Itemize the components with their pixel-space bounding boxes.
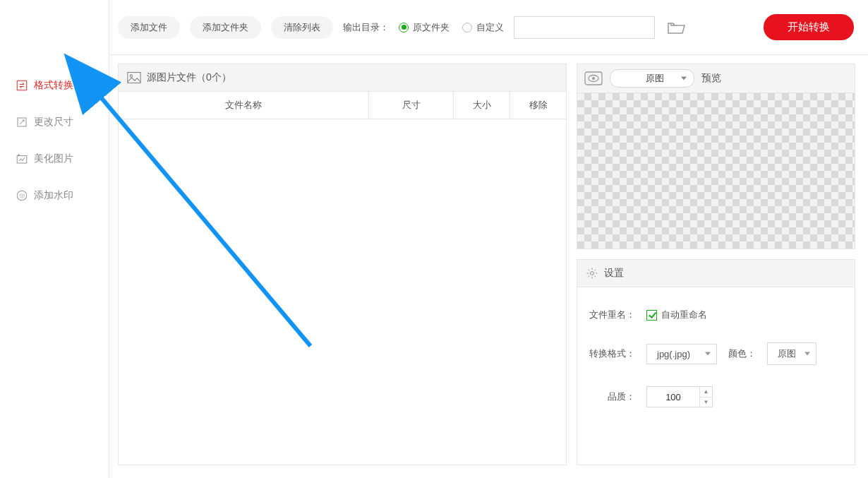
- preview-zoom-select[interactable]: 原图: [610, 69, 694, 88]
- nav-label: 更改尺寸: [34, 116, 73, 129]
- image-icon: [127, 71, 141, 84]
- preview-header: 原图 预览: [577, 64, 855, 93]
- start-convert-button[interactable]: 开始转换: [764, 14, 854, 40]
- folder-open-icon: [667, 20, 685, 35]
- col-remove: 移除: [510, 92, 566, 119]
- radio-custom-folder[interactable]: 自定义: [462, 21, 504, 34]
- col-dimensions: 尺寸: [368, 92, 453, 119]
- chevron-down-icon: [705, 352, 711, 356]
- nav-label: 格式转换: [34, 79, 73, 92]
- file-table-header: 文件名称 尺寸 大小 移除: [119, 92, 566, 119]
- nav-watermark[interactable]: 印 添加水印: [0, 177, 109, 214]
- output-dir-radio-group: 原文件夹 自定义: [399, 21, 504, 34]
- svg-rect-0: [17, 80, 27, 90]
- nav-format-convert[interactable]: 格式转换: [0, 67, 109, 104]
- quality-stepper[interactable]: ▲ ▼: [646, 386, 713, 407]
- settings-header: 设置: [577, 260, 855, 287]
- svg-text:印: 印: [20, 193, 25, 198]
- nav-beautify[interactable]: 美化图片: [0, 141, 109, 177]
- preview-label: 预览: [701, 72, 721, 85]
- checkbox-checked-icon: [646, 310, 657, 321]
- settings-panel: 设置 文件重名： 自动重命名 转换格式：: [577, 259, 855, 465]
- browse-folder-button[interactable]: [665, 16, 687, 39]
- setting-quality-row: 品质： ▲ ▼: [584, 386, 848, 407]
- quality-input[interactable]: [647, 387, 699, 407]
- svg-rect-5: [128, 73, 140, 83]
- clear-list-button[interactable]: 清除列表: [271, 16, 333, 39]
- format-select[interactable]: jpg(.jpg): [646, 344, 717, 364]
- radio-dot-icon: [399, 23, 409, 32]
- toolbar: 添加文件 添加文件夹 清除列表 输出目录： 原文件夹 自定义 开始转换: [109, 0, 868, 55]
- file-table-body[interactable]: [119, 119, 566, 465]
- sidebar: 格式转换 更改尺寸 美化图片 印 添加水印: [0, 0, 109, 478]
- color-label: 颜色：: [728, 347, 756, 360]
- svg-rect-2: [17, 156, 27, 164]
- setting-format-row: 转换格式： jpg(.jpg) 颜色： 原图: [584, 342, 848, 365]
- preview-panel: 原图 预览: [577, 64, 855, 249]
- chevron-down-icon: [804, 352, 810, 356]
- radio-original-folder[interactable]: 原文件夹: [399, 21, 450, 34]
- svg-point-10: [591, 272, 594, 275]
- stamp-icon: 印: [16, 189, 28, 202]
- nav-resize[interactable]: 更改尺寸: [0, 104, 109, 141]
- gear-icon: [586, 267, 598, 280]
- nav-label: 添加水印: [34, 189, 73, 202]
- eye-icon: [584, 71, 603, 86]
- add-folder-button[interactable]: 添加文件夹: [190, 16, 261, 39]
- rename-label: 文件重名：: [584, 309, 635, 321]
- files-panel-title: 源图片文件（0个）: [147, 71, 231, 84]
- sparkle-image-icon: [16, 153, 28, 165]
- settings-title: 设置: [604, 267, 624, 280]
- col-filesize: 大小: [453, 92, 510, 119]
- nav-label: 美化图片: [34, 153, 73, 165]
- resize-icon: [16, 116, 28, 129]
- setting-rename-row: 文件重名： 自动重命名: [584, 309, 848, 321]
- swap-icon: [16, 79, 28, 92]
- quality-step-up[interactable]: ▲: [700, 387, 712, 398]
- quality-step-down[interactable]: ▼: [700, 398, 712, 407]
- radio-dot-icon: [462, 23, 472, 32]
- auto-rename-checkbox[interactable]: 自动重命名: [646, 309, 707, 321]
- svg-point-6: [130, 75, 132, 77]
- files-panel: 源图片文件（0个） 文件名称 尺寸 大小 移除: [118, 64, 567, 465]
- output-path-input[interactable]: [514, 16, 655, 39]
- col-filename: 文件名称: [119, 92, 368, 119]
- chevron-down-icon: [681, 77, 687, 80]
- color-select[interactable]: 原图: [767, 342, 816, 365]
- svg-point-9: [592, 77, 595, 80]
- output-dir-label: 输出目录：: [343, 21, 389, 34]
- preview-canvas: [577, 93, 855, 249]
- add-file-button[interactable]: 添加文件: [118, 16, 180, 39]
- files-panel-header: 源图片文件（0个）: [119, 64, 566, 92]
- quality-label: 品质：: [584, 390, 635, 403]
- format-label: 转换格式：: [584, 347, 635, 360]
